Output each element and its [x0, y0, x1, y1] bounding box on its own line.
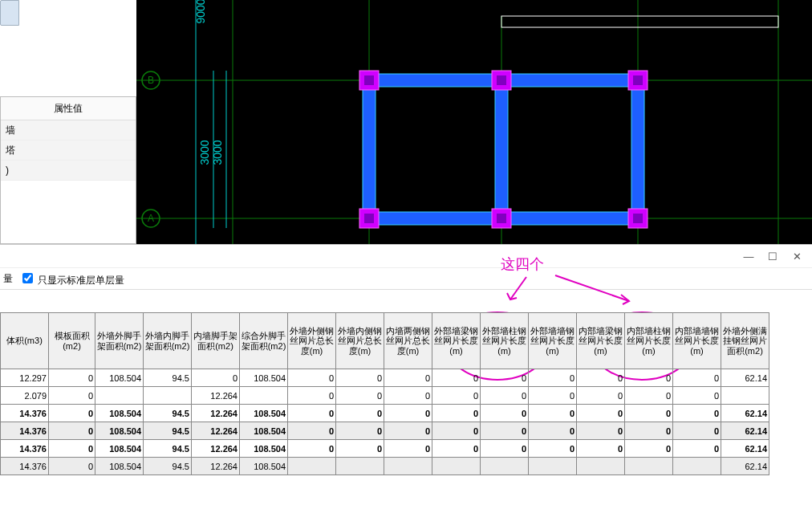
collapsed-panel[interactable]	[0, 0, 19, 26]
checkbox-label: 只显示标准层单层量	[38, 275, 124, 286]
col-header[interactable]: 综合外脚手架面积(m2)	[240, 313, 288, 369]
cell: 0	[336, 369, 384, 387]
svg-rect-28	[497, 214, 506, 223]
cell: 14.376	[1, 422, 49, 440]
results-toolbar: 量 只显示标准层单层量	[0, 268, 812, 290]
col-header[interactable]: 内部墙柱钢丝网片长度(m)	[625, 313, 673, 369]
prop-row[interactable]: 塔	[1, 141, 136, 161]
results-table-wrap[interactable]: 体积(m3)模板面积(m2)外墙外脚手架面积(m2)外墙内脚手架面积(m2)内墙…	[0, 312, 812, 479]
cell: 0	[288, 369, 336, 387]
cell: 62.14	[721, 405, 769, 422]
cell: 0	[529, 440, 577, 458]
cell: 0	[481, 387, 529, 405]
table-row[interactable]: 14.3760108.50494.512.264108.504000000000…	[1, 405, 769, 422]
checkbox-only-standard-input[interactable]	[22, 273, 33, 283]
cell: 0	[481, 405, 529, 422]
cell: 94.5	[144, 369, 192, 387]
cell: 108.504	[240, 369, 288, 387]
cell: 12.264	[192, 405, 240, 422]
svg-rect-25	[497, 75, 506, 85]
table-row[interactable]: 14.3760108.50494.512.264108.504000000000…	[1, 422, 769, 440]
cell: 2.079	[1, 387, 49, 405]
col-header[interactable]: 体积(m3)	[1, 313, 49, 369]
cell: 94.5	[144, 458, 192, 475]
grid-bubble-b: B	[148, 75, 154, 86]
cell: 108.504	[240, 405, 288, 422]
col-header[interactable]: 外墙内侧钢丝网片总长度(m)	[336, 313, 384, 369]
prop-row[interactable]: )	[1, 161, 136, 181]
col-header[interactable]: 外部墙墙钢丝网片长度(m)	[529, 313, 577, 369]
col-header[interactable]: 内部墙梁钢丝网片长度(m)	[577, 313, 625, 369]
cell: 62.14	[721, 369, 769, 387]
cell: 14.376	[1, 405, 49, 422]
cell: 0	[384, 422, 432, 440]
cell	[529, 458, 577, 475]
cell: 0	[625, 440, 673, 458]
cell: 0	[673, 387, 721, 405]
cell	[481, 458, 529, 475]
properties-panel: 属性值 墙 塔 )	[0, 96, 136, 244]
cell: 0	[625, 387, 673, 405]
cad-drawing[interactable]: B A 9000 3000 3000	[136, 0, 812, 244]
table-row[interactable]: 2.079012.264000000000	[1, 387, 769, 405]
table-row[interactable]: 14.3760108.50494.512.264108.504000000000…	[1, 440, 769, 458]
prop-row[interactable]: 墙	[1, 120, 136, 141]
cell	[721, 387, 769, 405]
col-header[interactable]: 模板面积(m2)	[49, 313, 95, 369]
col-header[interactable]: 外部墙柱钢丝网片长度(m)	[481, 313, 529, 369]
cell: 0	[432, 440, 481, 458]
cell: 0	[577, 369, 625, 387]
checkbox-only-standard[interactable]: 只显示标准层单层量	[19, 271, 124, 287]
cell	[336, 458, 384, 475]
cell: 108.504	[240, 440, 288, 458]
svg-rect-27	[364, 214, 374, 223]
tab-quantity[interactable]: 量	[3, 272, 13, 286]
close-icon[interactable]: ✕	[786, 249, 807, 263]
results-table: 体积(m3)模板面积(m2)外墙外脚手架面积(m2)外墙内脚手架面积(m2)内墙…	[0, 312, 769, 475]
svg-rect-29	[633, 214, 643, 223]
cell: 0	[49, 405, 95, 422]
col-header[interactable]: 外墙外脚手架面积(m2)	[95, 313, 144, 369]
table-row[interactable]: 14.3760108.50494.512.264108.50462.14	[1, 458, 769, 475]
cell: 0	[577, 422, 625, 440]
svg-rect-26	[633, 75, 643, 85]
cell: 0	[432, 369, 481, 387]
cell: 0	[336, 405, 384, 422]
col-header[interactable]: 外墙内脚手架面积(m2)	[144, 313, 192, 369]
cell	[432, 458, 481, 475]
col-header[interactable]: 外部墙梁钢丝网片长度(m)	[432, 313, 481, 369]
cell	[673, 458, 721, 475]
col-header[interactable]: 内墙脚手架面积(m2)	[192, 313, 240, 369]
cad-viewport: B A 9000 3000 3000	[0, 0, 812, 244]
svg-rect-24	[364, 75, 374, 85]
col-header[interactable]: 内墙两侧钢丝网片总长度(m)	[384, 313, 432, 369]
dim-3000-1: 3000	[198, 140, 211, 165]
maximize-icon[interactable]: ☐	[762, 249, 783, 263]
table-row[interactable]: 12.2970108.50494.50108.50400000000062.14	[1, 369, 769, 387]
cell: 108.504	[95, 405, 144, 422]
cell: 12.264	[192, 440, 240, 458]
col-header[interactable]: 内部墙墙钢丝网片长度(m)	[673, 313, 721, 369]
cell: 0	[384, 405, 432, 422]
cell: 0	[49, 387, 95, 405]
cell: 0	[625, 405, 673, 422]
cell: 0	[625, 422, 673, 440]
cell: 62.14	[721, 422, 769, 440]
cell: 0	[49, 369, 95, 387]
col-header[interactable]: 外墙外侧满挂钢丝网片面积(m2)	[721, 313, 769, 369]
cell: 0	[481, 369, 529, 387]
cell: 0	[288, 405, 336, 422]
cell: 0	[432, 422, 481, 440]
minimize-icon[interactable]: —	[738, 249, 759, 263]
cell: 0	[336, 387, 384, 405]
cell: 0	[529, 422, 577, 440]
cell: 0	[49, 422, 95, 440]
cell: 0	[432, 405, 481, 422]
cell: 0	[673, 422, 721, 440]
cell: 108.504	[95, 422, 144, 440]
cell	[288, 458, 336, 475]
cell: 108.504	[95, 369, 144, 387]
cell: 0	[49, 458, 95, 475]
col-header[interactable]: 外墙外侧钢丝网片总长度(m)	[288, 313, 336, 369]
cell: 12.264	[192, 422, 240, 440]
